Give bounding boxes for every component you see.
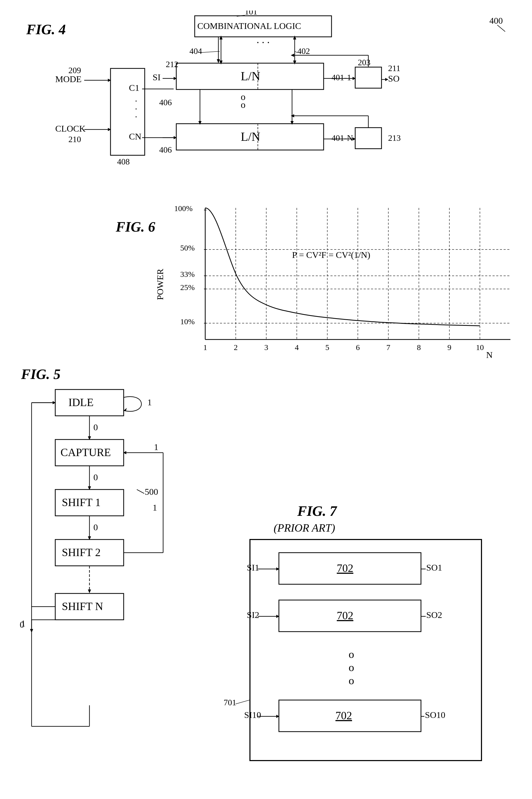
svg-marker-73 [291,114,294,117]
svg-text:SO10: SO10 [425,710,445,720]
svg-line-19 [200,51,220,53]
svg-text:L/N: L/N [241,70,260,83]
svg-text:702: 702 [336,709,352,722]
svg-text:50%: 50% [180,244,195,252]
svg-text:10: 10 [476,343,484,351]
svg-text:CAPTURE: CAPTURE [60,446,111,458]
svg-text:· · ·: · · · [256,37,270,49]
svg-text:402: 402 [297,46,310,56]
svg-text:401-1: 401-1 [331,73,351,82]
svg-line-21 [295,51,297,53]
svg-marker-123 [124,408,127,411]
svg-text:SHIFT 1: SHIFT 1 [62,496,100,509]
svg-text:2: 2 [234,343,238,351]
svg-text:CLOCK: CLOCK [55,124,86,133]
svg-text:0: 0 [20,620,24,629]
svg-text:100%: 100% [174,204,193,213]
fig4-diagram: FIG. 4 400 COMBINATIONAL LOGIC 101 · · · [16,11,516,189]
svg-text:1: 1 [147,397,152,407]
svg-text:33%: 33% [180,270,195,279]
svg-rect-58 [111,69,145,155]
svg-text:213: 213 [388,133,401,142]
svg-text:SO: SO [388,74,399,83]
svg-text:702: 702 [337,562,353,574]
svg-text:101: 101 [245,11,257,16]
svg-text:406: 406 [159,145,172,154]
svg-text:400: 400 [489,16,503,25]
svg-text:401-N: 401-N [331,133,353,142]
svg-text:SI1: SI1 [247,563,259,572]
svg-marker-77 [290,121,293,125]
svg-text:·: · [135,112,137,121]
svg-text:25%: 25% [180,283,195,291]
svg-text:o: o [348,661,354,673]
svg-text:SHIFT N: SHIFT N [62,600,103,612]
svg-text:406: 406 [159,98,172,107]
svg-marker-14 [220,36,223,39]
fig5-diagram: FIG. 5 500 IDLE 1 0 1 CAPTURE [16,363,195,774]
svg-text:5: 5 [325,343,329,351]
svg-marker-16 [293,60,296,64]
svg-text:SHIFT 2: SHIFT 2 [62,546,100,558]
svg-text:IDLE: IDLE [69,396,94,408]
fig6-diagram: FIG. 6 POWER 100% 50% 33% 25% 10% 1 2 3 … [16,200,516,358]
svg-text:POWER: POWER [155,269,165,300]
svg-text:404: 404 [189,46,202,56]
svg-text:COMBINATIONAL LOGIC: COMBINATIONAL LOGIC [197,21,301,31]
svg-text:209: 209 [69,65,81,75]
svg-text:1: 1 [153,503,157,512]
svg-rect-164 [250,539,481,761]
svg-text:0: 0 [93,422,98,432]
svg-text:1: 1 [203,343,207,351]
svg-text:SO2: SO2 [426,610,442,620]
svg-text:FIG. 4: FIG. 4 [26,22,66,37]
svg-text:CN: CN [129,132,141,141]
svg-text:(PRIOR ART): (PRIOR ART) [273,522,335,534]
svg-text:SI2: SI2 [247,610,259,620]
fig7-diagram: FIG. 7 (PRIOR ART) 701 702 SI1 SO1 702 S… [205,500,516,774]
svg-text:o: o [348,674,354,687]
svg-text:10%: 10% [180,317,195,326]
svg-text:SI: SI [153,72,160,82]
svg-marker-150 [88,590,91,593]
svg-line-166 [235,700,249,704]
svg-text:211: 211 [388,63,400,73]
svg-marker-70 [291,54,294,57]
svg-marker-9 [217,59,220,63]
svg-text:N: N [486,350,493,358]
svg-text:4: 4 [295,343,299,351]
svg-text:8: 8 [417,343,421,351]
svg-text:o: o [348,648,354,660]
svg-text:FIG. 6: FIG. 6 [115,219,155,235]
svg-text:210: 210 [69,134,81,144]
svg-text:0: 0 [93,522,98,532]
svg-rect-50 [355,128,381,149]
svg-text:212: 212 [166,59,178,69]
svg-text:6: 6 [356,343,360,351]
svg-text:7: 7 [386,343,391,351]
svg-text:0: 0 [93,472,98,482]
svg-text:702: 702 [337,610,353,622]
svg-line-2 [497,25,505,32]
svg-text:1: 1 [154,442,158,452]
svg-rect-30 [355,67,381,88]
svg-marker-75 [198,121,202,125]
svg-text:FIG. 5: FIG. 5 [21,366,60,382]
svg-text:MODE: MODE [55,74,81,84]
svg-text:3: 3 [264,343,268,351]
svg-marker-158 [30,629,33,633]
svg-line-120 [137,490,144,493]
svg-text:FIG. 7: FIG. 7 [297,503,337,519]
svg-marker-12 [220,60,223,64]
svg-text:C1: C1 [129,83,139,93]
svg-text:408: 408 [117,157,130,166]
svg-marker-17 [293,36,296,39]
svg-text:P = CV²F = CV²(1/N): P = CV²F = CV²(1/N) [292,250,370,260]
svg-text:SI10: SI10 [244,710,261,720]
svg-text:701: 701 [224,698,236,707]
svg-text:o: o [241,99,246,110]
svg-text:SO1: SO1 [426,563,442,572]
svg-text:500: 500 [145,487,158,497]
svg-text:9: 9 [448,343,452,351]
svg-text:L/N: L/N [241,130,260,144]
